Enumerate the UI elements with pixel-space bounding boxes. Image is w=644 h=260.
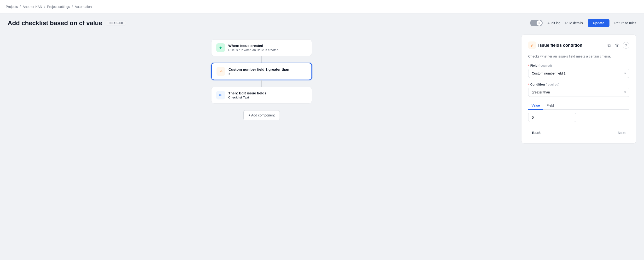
tab-field[interactable]: Field: [543, 102, 557, 110]
breadcrumb: Projects / Another KAN / Project setting…: [6, 5, 92, 9]
panel-title-row: ⇄ Issue fields condition: [528, 41, 582, 49]
trigger-subtitle: Rule is run when an issue is created.: [228, 48, 279, 52]
field-selector-group: * Field (required) Custom number field 1…: [528, 64, 629, 78]
connector-1: [261, 56, 262, 63]
field-required-star: *: [528, 64, 530, 67]
toggle-bg[interactable]: ✕: [530, 20, 542, 26]
action-subtitle: Checklist Text: [228, 96, 266, 99]
condition-select[interactable]: greater than less than equals not equals…: [528, 88, 629, 97]
back-button[interactable]: Back: [528, 129, 544, 137]
field-label: * Field (required): [528, 64, 629, 67]
panel-icon-bg: ⇄: [528, 41, 536, 49]
edit-icon: ✏: [219, 93, 222, 97]
help-button[interactable]: ?: [623, 42, 629, 49]
status-badge: DISABLED: [106, 21, 126, 25]
panel-title: Issue fields condition: [538, 43, 582, 48]
breadcrumb-projects[interactable]: Projects: [6, 5, 18, 9]
value-field-section: Value Field: [528, 102, 629, 122]
page-title-area: Add checklist based on cf value DISABLED: [8, 19, 126, 27]
condition-title: Custom number field 1 greater than: [228, 67, 289, 71]
panel-shuffle-icon: ⇄: [530, 43, 534, 47]
condition-optional-text: (required): [546, 83, 559, 86]
panel-footer: Back Next: [528, 129, 629, 137]
trigger-icon-bg: +: [216, 43, 225, 52]
breadcrumb-automation[interactable]: Automation: [75, 5, 92, 9]
add-component-button[interactable]: + Add component: [243, 110, 280, 120]
condition-label: * Condition (required): [528, 83, 629, 86]
return-to-rules-link[interactable]: Return to rules: [614, 21, 636, 25]
action-node-text: Then: Edit issue fields Checklist Text: [228, 91, 266, 99]
field-select-wrapper: Custom number field 1 Custom number fiel…: [528, 69, 629, 78]
trigger-title: When: Issue created: [228, 44, 279, 48]
side-panel: ⇄ Issue fields condition ⧉ 🗑 ? Checks wh…: [521, 34, 636, 144]
flow-area: + When: Issue created Rule is run when a…: [8, 34, 516, 254]
value-field-tabs: Value Field: [528, 102, 629, 110]
action-icon-bg: ✏: [216, 91, 225, 99]
toggle-knob: ✕: [536, 20, 542, 26]
field-optional-text: (required): [538, 64, 552, 67]
tab-value[interactable]: Value: [528, 102, 543, 110]
update-button[interactable]: Update: [588, 19, 610, 27]
trigger-icon: +: [220, 45, 222, 50]
toggle-switch[interactable]: ✕: [530, 20, 542, 26]
panel-description: Checks whether an issue's field meets a …: [528, 54, 629, 59]
trigger-node[interactable]: + When: Issue created Rule is run when a…: [211, 39, 312, 56]
breadcrumb-project-settings[interactable]: Project settings: [47, 5, 70, 9]
breadcrumb-sep-3: /: [72, 5, 73, 9]
delete-button[interactable]: 🗑: [614, 42, 620, 49]
condition-node[interactable]: ⇄ Custom number field 1 greater than 5: [211, 63, 312, 80]
connector-2: [261, 80, 262, 87]
condition-subtitle: 5: [228, 72, 289, 75]
next-button: Next: [614, 129, 629, 137]
rule-details-link[interactable]: Rule details: [565, 21, 583, 25]
trigger-node-text: When: Issue created Rule is run when an …: [228, 44, 279, 52]
main-content: Add checklist based on cf value DISABLED…: [0, 13, 644, 260]
copy-button[interactable]: ⧉: [606, 42, 612, 49]
toggle-x-icon: ✕: [538, 22, 540, 24]
panel-header: ⇄ Issue fields condition ⧉ 🗑 ?: [528, 41, 629, 49]
condition-selector-group: * Condition (required) greater than less…: [528, 83, 629, 97]
content-area: + When: Issue created Rule is run when a…: [8, 34, 636, 254]
field-select[interactable]: Custom number field 1 Custom number fiel…: [528, 69, 629, 78]
condition-required-star: *: [528, 83, 530, 86]
condition-node-text: Custom number field 1 greater than 5: [228, 67, 289, 75]
top-bar: Projects / Another KAN / Project setting…: [0, 0, 644, 13]
header-actions: ✕ Audit log Rule details Update Return t…: [530, 19, 636, 27]
page-header: Add checklist based on cf value DISABLED…: [8, 19, 636, 27]
breadcrumb-another-kan[interactable]: Another KAN: [22, 5, 42, 9]
audit-log-link[interactable]: Audit log: [548, 21, 560, 25]
panel-actions: ⧉ 🗑 ?: [606, 42, 629, 49]
breadcrumb-sep-2: /: [44, 5, 45, 9]
shuffle-icon: ⇄: [220, 69, 222, 74]
condition-icon-bg: ⇄: [216, 67, 225, 76]
value-input[interactable]: [528, 113, 576, 122]
action-node[interactable]: ✏ Then: Edit issue fields Checklist Text: [211, 87, 312, 103]
breadcrumb-sep-1: /: [20, 5, 21, 9]
action-title: Then: Edit issue fields: [228, 91, 266, 95]
page-title: Add checklist based on cf value: [8, 19, 102, 27]
condition-select-wrapper: greater than less than equals not equals…: [528, 88, 629, 97]
